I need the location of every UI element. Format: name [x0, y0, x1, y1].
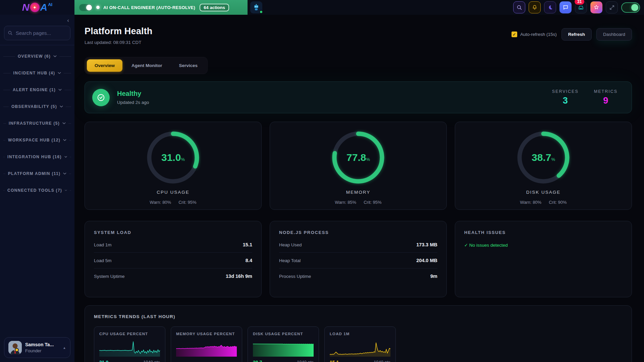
agent-toggle[interactable]	[79, 4, 93, 11]
disk-gauge-card: 38.7% DISK USAGE Warn: 80%Crit: 90%	[455, 122, 632, 210]
user-profile-card[interactable]: Samson Ta... Founder ▲	[4, 337, 70, 358]
tab-overview[interactable]: Overview	[87, 59, 122, 72]
user-status-dot	[15, 348, 19, 352]
app-logo[interactable]: N ✦ A AI	[0, 0, 74, 15]
memory-trend-card: MEMORY USAGE PERCENT	[171, 326, 242, 362]
chevron-down-icon	[62, 122, 66, 125]
metrics-trends-card: METRICS TRENDS (LAST HOUR) CPU USAGE PER…	[85, 305, 632, 362]
sidebar-item-infrastructure[interactable]: INFRASTRUCTURE (5)	[0, 115, 74, 132]
chat-bubble-icon	[562, 4, 569, 10]
inbox-tray-icon	[578, 4, 584, 10]
cpu-gauge-value: 31.0	[161, 152, 181, 163]
sidebar-item-overview[interactable]: OVERVIEW (6)	[0, 48, 74, 65]
disk-trend-card: DISK USAGE PERCENT 38.71040 pts	[248, 326, 319, 362]
sidebar-item-observability[interactable]: OBSERVABILITY (5)	[0, 98, 74, 115]
disk-gauge-label: DISK USAGE	[455, 190, 632, 195]
search-icon	[8, 31, 13, 36]
no-issues-message: ✓ No issues detected	[464, 242, 623, 248]
sidebar-item-incident-hub[interactable]: INCIDENT HUB (4)	[0, 65, 74, 81]
dark-mode-button[interactable]	[544, 1, 556, 13]
memory-gauge-card: 77.8% MEMORY Warn: 85%Crit: 95%	[270, 122, 447, 210]
main-content: Platform Health Last updated: 08:09:31 C…	[74, 15, 644, 362]
auto-refresh-label: Auto-refresh (15s)	[520, 32, 557, 37]
sidebar-collapse-button[interactable]: ‹	[67, 17, 69, 23]
bell-icon	[532, 4, 538, 10]
topbar-spacer	[262, 0, 513, 15]
tab-agent-monitor[interactable]: Agent Monitor	[124, 59, 170, 72]
disk-sparkline	[253, 341, 314, 357]
chevron-down-icon	[53, 55, 57, 58]
healthy-check-icon	[92, 89, 110, 106]
sidebar-item-platform-admin[interactable]: PLATFORM ADMIN (11)	[0, 165, 74, 182]
cpu-sparkline	[99, 341, 160, 357]
metrics-stat: METRICS 9	[594, 89, 618, 106]
auto-refresh-checkbox[interactable]: ✓	[512, 32, 517, 37]
trend-row: CPU USAGE PERCENT 31.01040 pts MEMORY US…	[94, 326, 623, 362]
notification-count-badge: 31	[575, 0, 584, 5]
table-row: Process Uptime9m	[279, 268, 437, 284]
load-sparkline	[330, 341, 390, 357]
load-trend-card: LOAD 1M 15.11040 pts	[324, 326, 396, 362]
page-header: Platform Health Last updated: 08:09:31 C…	[85, 26, 632, 45]
table-row: Load 1m15.1	[94, 237, 252, 253]
health-issues-card: HEALTH ISSUES ✓ No issues detected	[455, 221, 632, 297]
tab-services[interactable]: Services	[171, 59, 206, 72]
user-menu-caret[interactable]: ▲	[63, 346, 66, 350]
table-row: System Uptime13d 16h 9m	[94, 268, 252, 284]
cpu-trend-card: CPU USAGE PERCENT 31.01040 pts	[94, 326, 165, 362]
sidebar-nav: OVERVIEW (6) INCIDENT HUB (4) ALERT ENGI…	[0, 45, 74, 199]
memory-sparkline	[176, 341, 237, 357]
sidebar-item-workspace-hub[interactable]: WORKSPACE HUB (12)	[0, 132, 74, 148]
favorites-button[interactable]	[590, 1, 602, 13]
inbox-button[interactable]: 31	[575, 1, 587, 13]
online-status-dot	[259, 10, 263, 14]
chevron-down-icon	[65, 189, 67, 192]
logo-letter: N	[22, 2, 30, 13]
app-root: N ✦ A AI AI ON-CALL ENGINEER (AUTO-RESOL…	[0, 0, 644, 362]
avatar	[8, 341, 22, 354]
sidebar-item-connected-tools[interactable]: CONNECTED TOOLS (7)	[0, 182, 74, 199]
sidebar-item-integration-hub[interactable]: INTEGRATION HUB (16)	[0, 148, 74, 165]
gauge-row: 31.0% CPU USAGE Warn: 80%Crit: 95% 77.8%…	[85, 122, 632, 210]
health-status-card: Healthy Updated 2s ago SERVICES 3 METRIC…	[85, 81, 632, 113]
dashboard-button[interactable]: Dashboard	[596, 28, 632, 41]
live-pulse-dot	[96, 6, 100, 9]
cpu-thresholds: Warn: 80%Crit: 95%	[85, 200, 261, 205]
notifications-button[interactable]	[529, 1, 541, 13]
agent-banner: AI ON-CALL ENGINEER (AUTO-RESOLVE) 64 ac…	[74, 0, 248, 15]
toggle-knob	[631, 4, 638, 11]
memory-gauge-label: MEMORY	[270, 190, 446, 195]
user-role: Founder	[25, 348, 54, 353]
cpu-gauge-label: CPU USAGE	[85, 190, 261, 195]
logo-letter: A	[40, 2, 48, 13]
metrics-trends-title: METRICS TRENDS (LAST HOUR)	[94, 314, 623, 319]
agent-banner-label: AI ON-CALL ENGINEER (AUTO-RESOLVE)	[103, 5, 195, 10]
status-stats: SERVICES 3 METRICS 9	[552, 89, 618, 106]
memory-gauge-value: 77.8	[346, 152, 366, 163]
actions-count-badge[interactable]: 64 actions	[200, 4, 229, 11]
sidebar-search	[4, 26, 70, 40]
fullscreen-button[interactable]	[606, 1, 618, 13]
table-row: Load 5m8.4	[94, 253, 252, 268]
sidebar-item-alert-engine[interactable]: ALERT ENGINE (1)	[0, 81, 74, 98]
power-toggle[interactable]	[621, 2, 640, 13]
page-title: Platform Health	[85, 26, 153, 37]
search-button[interactable]	[513, 1, 525, 13]
chevron-down-icon	[64, 156, 67, 158]
search-input[interactable]	[4, 26, 70, 40]
services-count: 3	[552, 96, 579, 106]
disk-thresholds: Warn: 80%Crit: 90%	[455, 200, 632, 205]
ai-robot-button[interactable]	[250, 1, 262, 13]
topbar-actions: 31	[513, 0, 644, 15]
chevron-down-icon	[60, 105, 63, 108]
sidebar: ‹ OVERVIEW (6) INCIDENT HUB (4) ALERT EN…	[0, 15, 74, 362]
expand-icon	[609, 5, 615, 10]
node-process-card: NODE.JS PROCESS Heap Used173.3 MB Heap T…	[270, 221, 447, 297]
auto-refresh-control[interactable]: ✓ Auto-refresh (15s)	[512, 32, 557, 37]
refresh-button[interactable]: Refresh	[561, 28, 592, 41]
cpu-gauge-card: 31.0% CPU USAGE Warn: 80%Crit: 95%	[85, 122, 262, 210]
chevron-down-icon	[58, 88, 62, 91]
chat-button[interactable]	[559, 1, 572, 13]
header-controls: ✓ Auto-refresh (15s) Refresh Dashboard	[512, 28, 632, 41]
chevron-down-icon	[63, 139, 66, 141]
